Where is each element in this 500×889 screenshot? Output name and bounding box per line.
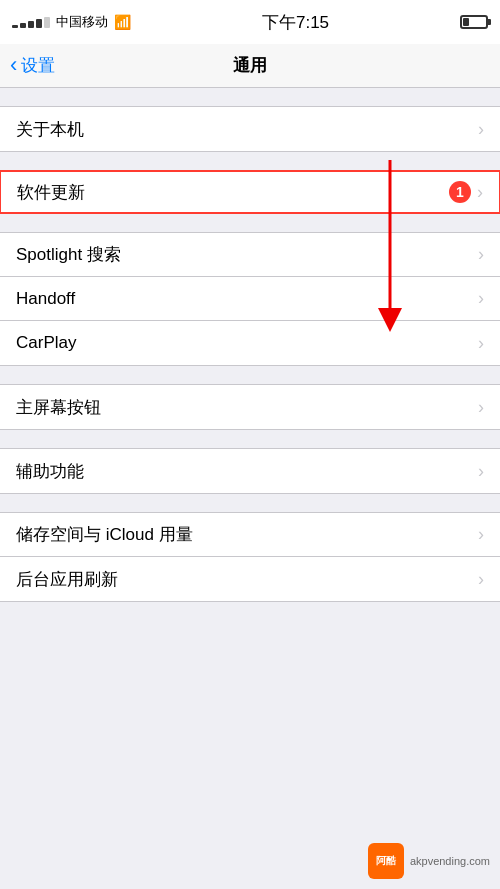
- spotlight-right: ›: [478, 244, 484, 265]
- storage-label: 储存空间与 iCloud 用量: [16, 523, 193, 546]
- home-button-label: 主屏幕按钮: [16, 396, 101, 419]
- accessibility-right: ›: [478, 461, 484, 482]
- back-button[interactable]: ‹ 设置: [10, 54, 55, 77]
- row-storage[interactable]: 储存空间与 iCloud 用量 ›: [0, 513, 500, 557]
- row-software-update[interactable]: 软件更新 1 ›: [0, 170, 500, 214]
- storage-right: ›: [478, 524, 484, 545]
- handoff-right: ›: [478, 288, 484, 309]
- watermark: 阿酷 akpvending.com: [368, 843, 490, 879]
- handoff-label: Handoff: [16, 289, 75, 309]
- about-chevron-icon: ›: [478, 119, 484, 140]
- update-badge: 1: [449, 181, 471, 203]
- section-home: 主屏幕按钮 ›: [0, 384, 500, 430]
- section-spotlight: Spotlight 搜索 › Handoff › CarPlay ›: [0, 232, 500, 366]
- section-group-4: 主屏幕按钮 ›: [0, 384, 500, 430]
- status-right: [460, 15, 488, 29]
- status-bar: 中国移动 📶 下午7:15: [0, 0, 500, 44]
- section-group-1: 关于本机 ›: [0, 106, 500, 152]
- background-refresh-label: 后台应用刷新: [16, 568, 118, 591]
- software-update-right: 1 ›: [449, 181, 483, 203]
- row-background-refresh[interactable]: 后台应用刷新 ›: [0, 557, 500, 601]
- battery-icon: [460, 15, 488, 29]
- row-home-button[interactable]: 主屏幕按钮 ›: [0, 385, 500, 429]
- section-storage: 储存空间与 iCloud 用量 › 后台应用刷新 ›: [0, 512, 500, 602]
- back-arrow-icon: ‹: [10, 54, 17, 76]
- back-label: 设置: [21, 54, 55, 77]
- section-software: 软件更新 1 ›: [0, 170, 500, 214]
- about-label: 关于本机: [16, 118, 84, 141]
- accessibility-chevron-icon: ›: [478, 461, 484, 482]
- wifi-icon: 📶: [114, 14, 131, 30]
- signal-icon: [12, 17, 50, 28]
- home-button-chevron-icon: ›: [478, 397, 484, 418]
- spotlight-chevron-icon: ›: [478, 244, 484, 265]
- row-about[interactable]: 关于本机 ›: [0, 107, 500, 151]
- software-update-label: 软件更新: [17, 181, 85, 204]
- watermark-logo-text: 阿酷: [376, 854, 396, 868]
- section-about: 关于本机 ›: [0, 106, 500, 152]
- watermark-url: akpvending.com: [410, 855, 490, 867]
- carrier-label: 中国移动: [56, 13, 108, 31]
- carplay-chevron-icon: ›: [478, 333, 484, 354]
- row-carplay[interactable]: CarPlay ›: [0, 321, 500, 365]
- handoff-chevron-icon: ›: [478, 288, 484, 309]
- accessibility-label: 辅助功能: [16, 460, 84, 483]
- section-accessibility: 辅助功能 ›: [0, 448, 500, 494]
- carplay-label: CarPlay: [16, 333, 76, 353]
- section-group-2: 软件更新 1 ›: [0, 170, 500, 214]
- home-button-right: ›: [478, 397, 484, 418]
- carplay-right: ›: [478, 333, 484, 354]
- nav-bar: ‹ 设置 通用: [0, 44, 500, 88]
- background-refresh-right: ›: [478, 569, 484, 590]
- section-group-3: Spotlight 搜索 › Handoff › CarPlay ›: [0, 232, 500, 366]
- about-right: ›: [478, 119, 484, 140]
- row-spotlight[interactable]: Spotlight 搜索 ›: [0, 233, 500, 277]
- row-accessibility[interactable]: 辅助功能 ›: [0, 449, 500, 493]
- spotlight-label: Spotlight 搜索: [16, 243, 121, 266]
- row-handoff[interactable]: Handoff ›: [0, 277, 500, 321]
- watermark-logo: 阿酷: [368, 843, 404, 879]
- background-refresh-chevron-icon: ›: [478, 569, 484, 590]
- section-group-6: 储存空间与 iCloud 用量 › 后台应用刷新 ›: [0, 512, 500, 602]
- section-group-5: 辅助功能 ›: [0, 448, 500, 494]
- storage-chevron-icon: ›: [478, 524, 484, 545]
- status-left: 中国移动 📶: [12, 13, 131, 31]
- status-time: 下午7:15: [262, 11, 329, 34]
- page-title: 通用: [233, 54, 267, 77]
- software-update-chevron-icon: ›: [477, 182, 483, 203]
